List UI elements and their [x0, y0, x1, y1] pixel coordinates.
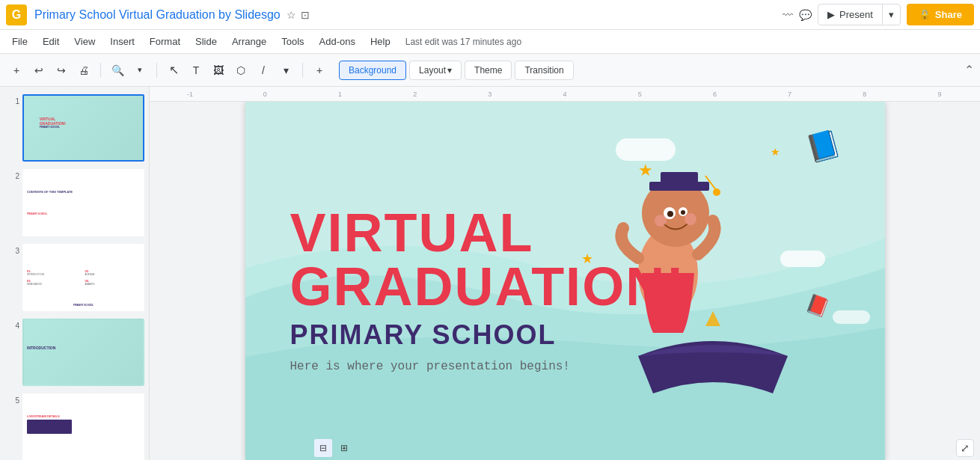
- toolbar-actions: + ↩ ↪ 🖨: [6, 60, 94, 81]
- title-icons: ☆ ⊡: [287, 9, 310, 21]
- cloud-2: [780, 251, 825, 267]
- slide-num-3: 3: [4, 244, 19, 255]
- action-buttons: Background Layout ▾ Theme Transition: [339, 61, 574, 80]
- canvas-area: -1 0 1 2 3 4 5 6 7 8 9: [150, 87, 980, 460]
- menu-format[interactable]: Format: [144, 33, 186, 50]
- svg-point-5: [713, 188, 720, 196]
- toolbar-collapse[interactable]: ⌃: [964, 63, 974, 77]
- grad-title-line2: GRADUATION!: [290, 260, 686, 313]
- filmstrip-view-btn[interactable]: ⊟: [314, 439, 332, 457]
- slide-item-3[interactable]: 3 01. INTRODUCTION 02. AGENDA 03.: [3, 242, 146, 313]
- app-logo: G: [6, 4, 27, 25]
- divider-2: [156, 63, 157, 78]
- insert-btn[interactable]: +: [309, 60, 330, 81]
- star-icon[interactable]: ☆: [287, 9, 296, 21]
- share-button[interactable]: 🔒 Share: [907, 4, 974, 25]
- slide-canvas[interactable]: ★ ★ ★ ★ 📘 📕: [245, 102, 885, 460]
- menu-help[interactable]: Help: [364, 33, 396, 50]
- transition-btn[interactable]: Transition: [515, 61, 573, 80]
- slide-item-2[interactable]: 2 CONTENTS OF THIS TEMPLATE PRIMARY SCHO…: [3, 168, 146, 238]
- zoom-in-btn[interactable]: ▾: [129, 60, 150, 81]
- arrow-tool[interactable]: ▾: [275, 60, 296, 81]
- menu-arrange[interactable]: Arrange: [226, 33, 272, 50]
- menu-edit[interactable]: Edit: [37, 33, 65, 50]
- line-tool[interactable]: /: [253, 60, 274, 81]
- chat-icon[interactable]: 💬: [799, 9, 812, 21]
- slide-thumb-1: VIRTUAL GRADUATION! PRIMARY SCHOOL: [22, 94, 144, 162]
- slide-item-4[interactable]: 4 INTRODUCTION: [3, 317, 146, 387]
- ruler-horizontal: -1 0 1 2 3 4 5 6 7 8 9: [150, 87, 980, 102]
- slide-thumb-2: CONTENTS OF THIS TEMPLATE PRIMARY SCHOOL: [22, 169, 144, 236]
- activity-icon[interactable]: 〰: [783, 9, 793, 21]
- ruler-marks: -1 0 1 2 3 4 5 6 7 8 9: [153, 91, 977, 98]
- slide-thumb-3: 01. INTRODUCTION 02. AGENDA 03. GRADUATI…: [22, 244, 144, 311]
- slide-thumb-4: INTRODUCTION: [22, 319, 144, 386]
- slide-num-1: 1: [4, 94, 19, 105]
- menu-slide[interactable]: Slide: [189, 33, 223, 50]
- present-main[interactable]: ▶ Present: [818, 4, 882, 25]
- present-button[interactable]: ▶ Present ▾: [818, 4, 901, 25]
- svg-point-11: [685, 213, 696, 225]
- doc-title: Primary School Virtual Graduation by Sli…: [34, 8, 281, 22]
- layout-btn[interactable]: Layout ▾: [409, 61, 462, 80]
- grad-school: PRIMARY SCHOOL: [290, 319, 686, 351]
- undo-btn[interactable]: ↩: [28, 60, 49, 81]
- title-right: 〰 💬 ▶ Present ▾ 🔒 Share: [783, 4, 974, 25]
- main-area: 1 VIRTUAL GRADUATION! PRIMARY SCHOOL 2: [0, 87, 980, 460]
- print-btn[interactable]: 🖨: [73, 60, 94, 81]
- slide-thumb-5: LIVESTREAM DETAILS: [22, 393, 144, 460]
- grad-title-line1: VIRTUAL: [290, 206, 686, 260]
- present-label: Present: [839, 9, 873, 20]
- cloud-3: [833, 310, 870, 324]
- grid-view-btn[interactable]: ⊞: [335, 439, 353, 457]
- divider-1: [100, 63, 101, 78]
- redo-btn[interactable]: ↪: [51, 60, 72, 81]
- fit-screen-btn[interactable]: ⤢: [956, 439, 974, 457]
- share-label: Share: [935, 9, 962, 20]
- slide-num-5: 5: [4, 393, 19, 405]
- canvas-wrapper: ★ ★ ★ ★ 📘 📕: [150, 102, 980, 460]
- shape-tool[interactable]: ⬡: [230, 60, 251, 81]
- new-slide-btn[interactable]: +: [6, 60, 27, 81]
- slide-num-4: 4: [4, 319, 19, 330]
- toolbar: + ↩ ↪ 🖨 🔍 ▾ ↖ T 🖼 ⬡ / ▾ + Background Lay…: [0, 54, 980, 87]
- title-bar: G Primary School Virtual Graduation by S…: [0, 0, 980, 30]
- star-4: ★: [771, 146, 780, 158]
- present-dropdown[interactable]: ▾: [882, 4, 900, 25]
- menu-insert[interactable]: Insert: [104, 33, 141, 50]
- present-icon-sm[interactable]: ⊡: [301, 9, 310, 21]
- grad-tagline: Here is where your presentation begins!: [290, 360, 686, 373]
- divider-3: [302, 63, 303, 78]
- toolbar-zoom: 🔍 ▾: [107, 60, 150, 81]
- present-play-icon: ▶: [827, 9, 835, 20]
- menu-bar: File Edit View Insert Format Slide Arran…: [0, 30, 980, 54]
- svg-rect-3: [661, 172, 698, 183]
- slide-item-5[interactable]: 5 LIVESTREAM DETAILS: [3, 392, 146, 460]
- menu-addons[interactable]: Add-ons: [313, 33, 361, 50]
- lock-icon: 🔒: [919, 9, 931, 20]
- slide-item-1[interactable]: 1 VIRTUAL GRADUATION! PRIMARY SCHOOL: [3, 93, 146, 163]
- theme-btn[interactable]: Theme: [465, 61, 512, 80]
- zoom-out-btn[interactable]: 🔍: [107, 60, 128, 81]
- menu-tools[interactable]: Tools: [275, 33, 310, 50]
- menu-view[interactable]: View: [68, 33, 101, 50]
- slide-panel[interactable]: 1 VIRTUAL GRADUATION! PRIMARY SCHOOL 2: [0, 87, 150, 460]
- toolbar-select: ↖ T 🖼 ⬡ / ▾: [163, 60, 296, 81]
- background-btn[interactable]: Background: [339, 61, 406, 80]
- slide-text-area: VIRTUAL GRADUATION! PRIMARY SCHOOL Here …: [290, 206, 686, 373]
- select-tool[interactable]: ↖: [163, 60, 184, 81]
- menu-file[interactable]: File: [6, 33, 34, 50]
- image-tool[interactable]: 🖼: [208, 60, 229, 81]
- autosave-status: Last edit was 17 minutes ago: [405, 37, 521, 47]
- text-tool[interactable]: T: [186, 60, 206, 81]
- slide-num-2: 2: [4, 169, 19, 180]
